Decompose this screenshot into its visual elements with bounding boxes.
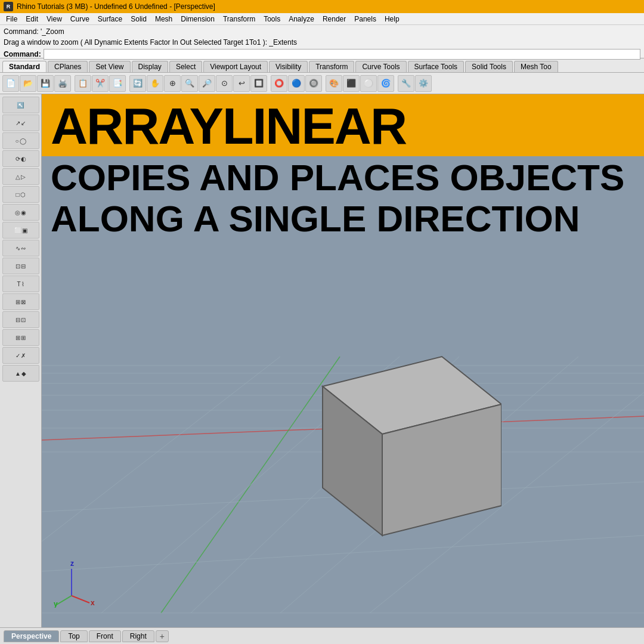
- toolbar-icon-7[interactable]: 📑: [109, 75, 126, 92]
- toolbar-tab-visibility[interactable]: Visibility: [269, 61, 308, 72]
- toolbar-icon-27[interactable]: 🔧: [398, 75, 414, 92]
- left-toolbar-icon[interactable]: ◎◉: [2, 204, 39, 221]
- left-icon-symbol: ⟳: [16, 156, 20, 162]
- toolbar-icon-0[interactable]: 📄: [2, 75, 19, 92]
- toolbar-tab-cplanes[interactable]: CPlanes: [48, 61, 88, 72]
- toolbar-icon-6[interactable]: ✂️: [92, 75, 109, 92]
- command-line2: Drag a window to zoom ( All Dynamic Exte…: [4, 37, 640, 48]
- toolbar-tab-display[interactable]: Display: [132, 61, 168, 72]
- toolbar-icon-11[interactable]: ⊕: [164, 75, 181, 92]
- left-toolbar-icon[interactable]: ⊟⊡: [2, 311, 39, 328]
- left-icon-symbol: ✗: [21, 352, 26, 359]
- toolbar-icon-5[interactable]: 📋: [75, 75, 91, 92]
- toolbar-icon-10[interactable]: ✋: [147, 75, 163, 92]
- svg-line-25: [72, 596, 89, 603]
- left-icon-symbol: ◆: [21, 370, 26, 377]
- main-area: ↖️↗↙○◯⟳◐△▷□⬡◎◉⬜▣∿∾⊡⊟T⌇⊞⊠⊟⊡⊞⊞✓✗▲◆ .grid-l…: [0, 94, 644, 627]
- toolbar-icon-13[interactable]: 🔎: [199, 75, 215, 92]
- toolbar-icon-28[interactable]: ⚙️: [415, 75, 432, 92]
- left-toolbar-icon[interactable]: △▷: [2, 168, 39, 185]
- toolbar-icon-20[interactable]: 🔘: [305, 75, 322, 92]
- command-input[interactable]: [44, 49, 640, 60]
- left-icon-symbol: ▲: [15, 370, 21, 377]
- viewport-tab-top[interactable]: Top: [60, 630, 87, 642]
- left-icon-symbol: T: [17, 281, 20, 287]
- toolbar-icon-3[interactable]: 🖨️: [54, 75, 71, 92]
- viewport[interactable]: .grid-line { stroke: #9aacb8; stroke-wid…: [42, 94, 644, 627]
- left-icon-symbol: ⊞: [21, 335, 26, 341]
- menu-item-tools[interactable]: Tools: [260, 14, 284, 24]
- left-toolbar-icon[interactable]: ⊡⊟: [2, 258, 39, 274]
- left-icon-symbol: ⊡: [21, 317, 26, 323]
- toolbar-icon-23[interactable]: ⬛: [343, 75, 360, 92]
- add-viewport-tab-button[interactable]: +: [156, 630, 169, 642]
- cube-svg: [275, 339, 501, 553]
- toolbar-tab-select[interactable]: Select: [169, 61, 202, 72]
- menu-item-help[interactable]: Help: [381, 14, 403, 24]
- toolbar-icon-24[interactable]: ⚪: [360, 75, 377, 92]
- viewport-tab-right[interactable]: Right: [122, 630, 154, 642]
- menu-item-curve[interactable]: Curve: [67, 14, 93, 24]
- viewport-tab-front[interactable]: Front: [89, 630, 121, 642]
- menu-item-mesh[interactable]: Mesh: [151, 14, 176, 24]
- left-toolbar-icon[interactable]: ∿∾: [2, 240, 39, 256]
- menu-item-transform[interactable]: Transform: [219, 14, 259, 24]
- left-toolbar-icon[interactable]: ⊞⊞: [2, 329, 39, 346]
- left-icon-symbol: ▷: [21, 174, 26, 180]
- left-icon-symbol: ⊡: [16, 263, 20, 270]
- menu-item-view[interactable]: View: [43, 14, 66, 24]
- left-icon-symbol: ⊞: [16, 335, 20, 341]
- left-icon-symbol: ⌇: [21, 281, 24, 287]
- left-toolbar-icon[interactable]: ⊞⊠: [2, 293, 39, 310]
- menu-item-file[interactable]: File: [2, 14, 21, 24]
- svg-text:z: z: [70, 560, 74, 568]
- left-toolbar-icon[interactable]: ⬜▣: [2, 222, 39, 239]
- toolbar-icon-12[interactable]: 🔍: [181, 75, 198, 92]
- left-icon-symbol: ∾: [21, 245, 26, 252]
- menu-bar: FileEditViewCurveSurfaceSolidMeshDimensi…: [0, 13, 644, 25]
- toolbar-icon-15[interactable]: ↩: [233, 75, 250, 92]
- toolbar-icon-1[interactable]: 📂: [20, 75, 36, 92]
- toolbar-tab-transform[interactable]: Transform: [309, 61, 354, 72]
- toolbar-tab-mesh-too[interactable]: Mesh Too: [514, 61, 558, 72]
- app-icon: R: [4, 2, 13, 11]
- toolbar-icon-16[interactable]: 🔲: [250, 75, 267, 92]
- menu-item-surface[interactable]: Surface: [94, 14, 126, 24]
- toolbar-icon-14[interactable]: ⊙: [216, 75, 233, 92]
- left-toolbar-icon[interactable]: ✓✗: [2, 347, 39, 364]
- menu-item-dimension[interactable]: Dimension: [177, 14, 218, 24]
- toolbar-tab-set-view[interactable]: Set View: [89, 61, 130, 72]
- toolbar-icon-2[interactable]: 💾: [37, 75, 54, 92]
- left-toolbar-icon[interactable]: T⌇: [2, 275, 39, 292]
- toolbar-tab-solid-tools[interactable]: Solid Tools: [465, 61, 513, 72]
- left-toolbar-icon[interactable]: ⟳◐: [2, 150, 39, 167]
- toolbar-tab-standard[interactable]: Standard: [2, 61, 47, 72]
- left-icon-symbol: ∿: [16, 245, 20, 252]
- toolbar-icon-19[interactable]: 🔵: [288, 75, 305, 92]
- menu-item-edit[interactable]: Edit: [22, 14, 42, 24]
- left-icon-symbol: ⊟: [21, 263, 26, 270]
- menu-item-render[interactable]: Render: [319, 14, 349, 24]
- toolbar-icon-9[interactable]: 🔄: [129, 75, 146, 92]
- left-toolbar-icon[interactable]: □⬡: [2, 186, 39, 203]
- left-toolbar-icon[interactable]: ↗↙: [2, 114, 39, 131]
- menu-item-analyze[interactable]: Analyze: [285, 14, 318, 24]
- left-icon-symbol: ↖️: [17, 102, 24, 109]
- toolbar-tab-curve-tools[interactable]: Curve Tools: [355, 61, 406, 72]
- left-toolbar-icon[interactable]: ▲◆: [2, 365, 39, 382]
- menu-item-solid[interactable]: Solid: [127, 14, 150, 24]
- command-line1: Command: '_Zoom: [4, 26, 640, 37]
- toolbar-icon-25[interactable]: 🌀: [377, 75, 394, 92]
- left-icon-symbol: □: [16, 191, 19, 198]
- menu-item-panels[interactable]: Panels: [351, 14, 380, 24]
- left-icon-symbol: ⬜: [14, 227, 21, 234]
- title-bar: R Rhino Tutorials (3 MB) - Undefined 6 U…: [0, 0, 644, 13]
- left-toolbar-icon[interactable]: ○◯: [2, 132, 39, 149]
- left-toolbar-icon[interactable]: ↖️: [2, 97, 39, 113]
- viewport-tab-perspective[interactable]: Perspective: [4, 630, 59, 642]
- toolbar-icon-18[interactable]: ⭕: [271, 75, 287, 92]
- toolbar-icon-22[interactable]: 🎨: [326, 75, 342, 92]
- axis-indicator: z y x: [54, 560, 101, 609]
- toolbar-tab-surface-tools[interactable]: Surface Tools: [408, 61, 465, 72]
- toolbar-tab-viewport-layout[interactable]: Viewport Layout: [203, 61, 268, 72]
